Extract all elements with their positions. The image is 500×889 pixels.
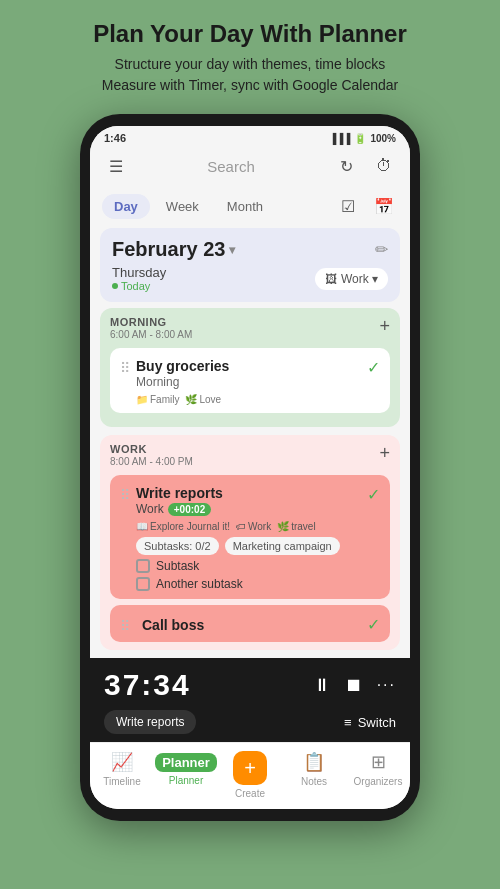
date-chevron[interactable]: ▾	[229, 243, 235, 257]
timer-icon: ⏱	[376, 157, 392, 175]
tab-row: Day Week Month ☑ 📅	[90, 188, 410, 228]
create-icon: +	[233, 751, 267, 785]
work-add-button[interactable]: +	[379, 443, 390, 464]
drag-handle-boss-icon: ⠿	[120, 618, 130, 634]
morning-section: MORNING 6:00 AM - 8:00 AM + ⠿ Buy grocer…	[100, 308, 400, 427]
checklist-icon[interactable]: ☑	[334, 192, 362, 220]
planner-icon: Planner	[155, 751, 217, 772]
today-dot	[112, 283, 118, 289]
call-boss-left: ⠿ Call boss	[120, 616, 204, 634]
travel-tag: 🌿 travel	[277, 521, 315, 532]
planner-label: Planner	[169, 775, 203, 786]
love-tag-label: Love	[199, 394, 221, 405]
subtask-2-row: Another subtask	[136, 577, 367, 591]
work-tag-label: Work ▾	[341, 272, 378, 286]
timer-button[interactable]: ⏱	[370, 152, 398, 180]
page-header: Plan Your Day With Planner Structure you…	[73, 20, 427, 96]
write-reports-subtitle: Work +00:02	[136, 502, 367, 516]
create-label: Create	[235, 788, 265, 799]
tag-work-icon: 🏷	[236, 521, 246, 532]
write-reports-check-icon[interactable]: ✓	[367, 485, 380, 504]
tab-month[interactable]: Month	[215, 194, 275, 219]
switch-label: Switch	[358, 715, 396, 730]
timeline-label: Timeline	[103, 776, 140, 787]
search-input[interactable]: Search	[130, 158, 332, 175]
switch-button[interactable]: ≡ Switch	[344, 715, 396, 730]
date-edit-button[interactable]: ✏	[375, 240, 388, 259]
date-tabs: Day Week Month	[102, 194, 275, 219]
phone-screen: 1:46 ▐▐▐ 🔋 100% ☰ Search ↻ ⏱	[90, 126, 410, 809]
groceries-task-subtitle: Morning	[136, 375, 367, 389]
morning-section-info: MORNING 6:00 AM - 8:00 AM	[110, 316, 192, 340]
work-tag: 🏷 Work	[236, 521, 271, 532]
work-tag-button[interactable]: 🖼 Work ▾	[315, 268, 388, 290]
refresh-button[interactable]: ↻	[332, 152, 360, 180]
battery-icon: 🔋	[354, 133, 366, 144]
love-tag: 🌿 Love	[185, 394, 221, 405]
timeline-icon: 📈	[111, 751, 133, 773]
work-section-time: 8:00 AM - 4:00 PM	[110, 456, 193, 467]
write-reports-task-card[interactable]: ⠿ Write reports Work +00:02 📖 Explore Jo…	[110, 475, 390, 599]
timer-pause-button[interactable]: ⏸	[313, 675, 331, 696]
phone-frame: 1:46 ▐▐▐ 🔋 100% ☰ Search ↻ ⏱	[80, 114, 420, 821]
family-tag: 📁 Family	[136, 394, 179, 405]
journal-tag: 📖 Explore Journal it!	[136, 521, 230, 532]
morning-section-time: 6:00 AM - 8:00 AM	[110, 329, 192, 340]
tab-week[interactable]: Week	[154, 194, 211, 219]
subtask-1-checkbox[interactable]	[136, 559, 150, 573]
subtask-badges: Subtasks: 0/2 Marketing campaign	[136, 537, 367, 555]
bottom-timer: 37:34 ⏸ ⏹ ··· Write reports ≡ Switch	[90, 658, 410, 742]
nav-organizers[interactable]: ⊞ Organizers	[346, 751, 410, 799]
date-row: February 23 ▾ ✏	[112, 238, 388, 261]
tab-day[interactable]: Day	[102, 194, 150, 219]
travel-label: travel	[291, 521, 315, 532]
notes-label: Notes	[301, 776, 327, 787]
timer-more-button[interactable]: ···	[377, 676, 396, 694]
work-label: Work	[136, 502, 164, 516]
drag-handle-work-icon: ⠿	[120, 487, 130, 503]
morning-section-title: MORNING	[110, 316, 192, 328]
write-reports-task-content: Write reports Work +00:02 📖 Explore Jour…	[136, 485, 367, 591]
timer-stop-button[interactable]: ⏹	[345, 675, 363, 696]
timer-badge: +00:02	[168, 503, 211, 516]
date-text: February 23	[112, 238, 225, 261]
hamburger-menu-button[interactable]: ☰	[102, 152, 130, 180]
tab-right-icons: ☑ 📅	[334, 192, 398, 220]
nav-timeline[interactable]: 📈 Timeline	[90, 751, 154, 799]
groceries-task-row: ⠿ Buy groceries Morning 📁 Family 🌿 Love	[120, 358, 380, 405]
bottom-nav: 📈 Timeline Planner Planner + Create 📋 No…	[90, 742, 410, 809]
work-section-header: WORK 8:00 AM - 4:00 PM +	[110, 443, 390, 467]
morning-add-button[interactable]: +	[379, 316, 390, 337]
timer-display: 37:34	[104, 668, 191, 702]
subtask-1-label: Subtask	[156, 559, 199, 573]
top-bar-icons: ↻ ⏱	[332, 152, 398, 180]
call-boss-task-card[interactable]: ⠿ Call boss ✓	[110, 605, 390, 642]
subtask-1-row: Subtask	[136, 559, 367, 573]
family-tag-label: Family	[150, 394, 179, 405]
timer-display-row: 37:34 ⏸ ⏹ ···	[104, 668, 396, 702]
nav-create[interactable]: + Create	[218, 751, 282, 799]
page-title: Plan Your Day With Planner	[93, 20, 407, 48]
search-placeholder: Search	[207, 158, 255, 175]
travel-icon: 🌿	[277, 521, 289, 532]
groceries-task-tags: 📁 Family 🌿 Love	[136, 394, 367, 405]
page-subtitle: Structure your day with themes, time blo…	[93, 54, 407, 96]
write-reports-task-row: ⠿ Write reports Work +00:02 📖 Explore Jo…	[120, 485, 380, 591]
planner-badge: Planner	[155, 753, 217, 772]
battery-percent: 100%	[370, 133, 396, 144]
day-name: Thursday	[112, 265, 166, 280]
nav-planner[interactable]: Planner Planner	[154, 751, 218, 799]
switch-lines-icon: ≡	[344, 715, 352, 730]
calendar-icon[interactable]: 📅	[370, 192, 398, 220]
subtask-2-checkbox[interactable]	[136, 577, 150, 591]
timer-label-row: Write reports ≡ Switch	[104, 710, 396, 734]
groceries-check-icon[interactable]: ✓	[367, 358, 380, 377]
date-sub-left: Thursday Today	[112, 265, 166, 292]
drag-handle-icon: ⠿	[120, 360, 130, 376]
organizers-icon: ⊞	[371, 751, 386, 773]
nav-notes[interactable]: 📋 Notes	[282, 751, 346, 799]
call-boss-check-icon[interactable]: ✓	[367, 615, 380, 634]
groceries-task-card[interactable]: ⠿ Buy groceries Morning 📁 Family 🌿 Love	[110, 348, 390, 413]
status-icons: ▐▐▐ 🔋 100%	[329, 133, 396, 144]
top-bar: ☰ Search ↻ ⏱	[90, 148, 410, 188]
